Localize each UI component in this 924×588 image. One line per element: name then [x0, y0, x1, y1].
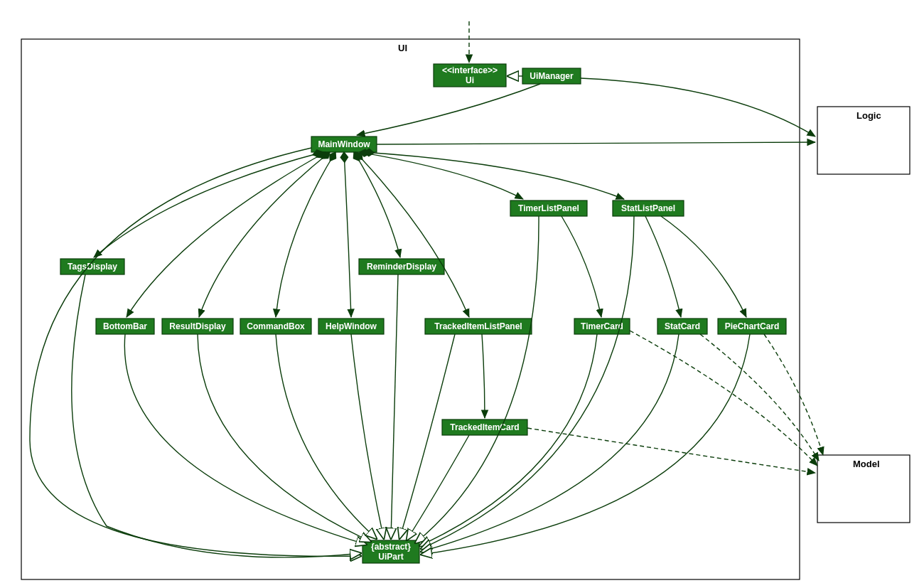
package-model-label: Model [853, 459, 880, 469]
class-help-window: HelpWindow [318, 319, 384, 334]
svg-text:CommandBox: CommandBox [247, 321, 305, 331]
svg-text:PieChartCard: PieChartCard [725, 321, 780, 331]
svg-text:MainWindow: MainWindow [318, 139, 370, 149]
package-ui-label: UI [398, 43, 407, 53]
class-result-display: ResultDisplay [162, 319, 233, 334]
class-reminder-display: ReminderDisplay [359, 259, 444, 274]
svg-text:StatListPanel: StatListPanel [621, 203, 675, 213]
svg-text:TimerListPanel: TimerListPanel [518, 203, 579, 213]
svg-text:ReminderDisplay: ReminderDisplay [367, 262, 436, 272]
class-stat-card: StatCard [657, 319, 707, 334]
svg-text:ResultDisplay: ResultDisplay [169, 321, 226, 331]
svg-text:UiPart: UiPart [378, 552, 403, 562]
svg-text:HelpWindow: HelpWindow [326, 321, 377, 331]
class-pie-chart-card: PieChartCard [718, 319, 786, 334]
class-tracked-item-list-panel: TrackedItemListPanel [425, 319, 532, 334]
svg-text:TrackedItemCard: TrackedItemCard [450, 422, 519, 432]
svg-text:UiManager: UiManager [530, 71, 574, 81]
svg-text:<<interface>>: <<interface>> [442, 65, 498, 75]
package-ui [21, 39, 800, 579]
class-ui-interface: <<interface>> Ui [434, 64, 506, 87]
class-command-box: CommandBox [240, 319, 311, 334]
svg-text:BottomBar: BottomBar [103, 321, 147, 331]
svg-text:TrackedItemListPanel: TrackedItemListPanel [434, 321, 522, 331]
uml-diagram: UI Logic Model <<interface>> Ui UiManage… [0, 0, 924, 588]
svg-text:TimerCard: TimerCard [581, 321, 623, 331]
svg-text:TagsDisplay: TagsDisplay [68, 262, 117, 272]
package-logic-label: Logic [856, 110, 881, 121]
svg-text:StatCard: StatCard [665, 321, 700, 331]
class-main-window: MainWindow [311, 137, 377, 152]
class-timer-list-panel: TimerListPanel [510, 201, 587, 216]
class-bottom-bar: BottomBar [96, 319, 154, 334]
class-ui-part: {abstract} UiPart [362, 540, 419, 563]
svg-text:{abstract}: {abstract} [371, 542, 411, 552]
class-tracked-item-card: TrackedItemCard [442, 419, 527, 435]
class-stat-list-panel: StatListPanel [613, 201, 684, 216]
svg-text:Ui: Ui [466, 75, 474, 85]
class-ui-manager: UiManager [522, 68, 581, 84]
